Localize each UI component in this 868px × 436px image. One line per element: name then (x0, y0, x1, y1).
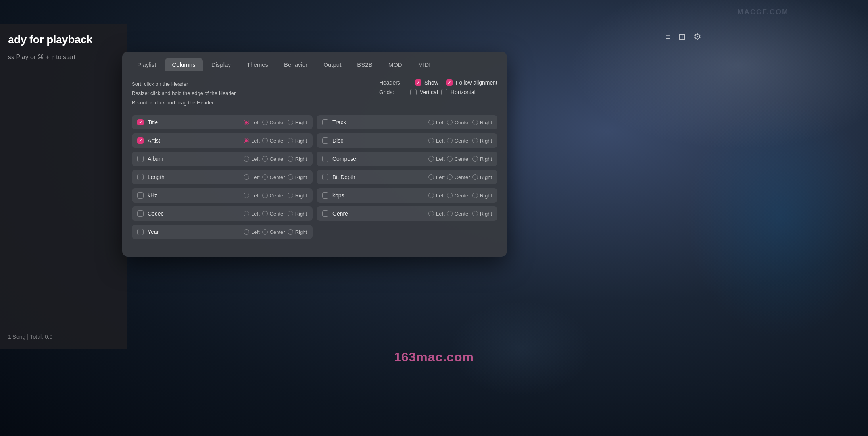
radio-left-kbps[interactable]: Left (428, 193, 445, 199)
col-name-composer: Composer (332, 156, 361, 162)
radio-right-khz[interactable]: Right (288, 193, 307, 199)
radio-label-right: Right (295, 211, 307, 217)
radio-label-center: Center (455, 120, 470, 125)
vertical-checkbox[interactable] (410, 89, 417, 95)
column-row-right-3: Bit DepthLeftCenterRight (317, 170, 497, 184)
follow-checkbox[interactable] (446, 79, 453, 86)
radio-left-codec[interactable]: Left (244, 211, 260, 217)
radio-center-length[interactable]: Center (262, 174, 285, 180)
radio-dot-center (262, 156, 268, 162)
tab-playlist[interactable]: Playlist (130, 58, 163, 71)
col-checkbox-track[interactable] (322, 119, 328, 125)
radio-group-track: LeftCenterRight (428, 120, 492, 125)
horizontal-checkbox[interactable] (441, 89, 447, 95)
radio-left-year[interactable]: Left (244, 229, 260, 235)
radio-label-center: Center (455, 138, 470, 144)
radio-label-center: Center (270, 193, 285, 199)
tab-output[interactable]: Output (316, 58, 348, 71)
columns-grid: TitleLeftCenterRightTrackLeftCenterRight… (132, 115, 497, 239)
radio-center-track[interactable]: Center (447, 120, 470, 125)
radio-right-album[interactable]: Right (288, 156, 307, 162)
radio-left-composer[interactable]: Left (428, 156, 445, 162)
grids-label: Grids: (379, 89, 407, 95)
col-checkbox-kbps[interactable] (322, 192, 328, 199)
radio-left-track[interactable]: Left (428, 120, 445, 125)
horizontal-group: Horizontal (441, 89, 476, 95)
radio-label-left: Left (436, 138, 445, 144)
radio-label-right: Right (295, 174, 307, 180)
radio-center-artist[interactable]: Center (262, 138, 285, 144)
column-row-right-5: GenreLeftCenterRight (317, 206, 497, 221)
radio-right-bit-depth[interactable]: Right (472, 174, 492, 180)
radio-center-bit-depth[interactable]: Center (447, 174, 470, 180)
radio-center-title[interactable]: Center (262, 120, 285, 125)
tab-bs2b[interactable]: BS2B (350, 58, 379, 71)
tab-mod[interactable]: MOD (381, 58, 409, 71)
radio-right-disc[interactable]: Right (472, 138, 492, 144)
radio-right-artist[interactable]: Right (288, 138, 307, 144)
col-name-disc: Disc (332, 137, 361, 144)
instructions-text: Sort: click on the Header Resize: click … (132, 79, 236, 107)
radio-label-left: Left (436, 193, 445, 199)
column-row-right-2: ComposerLeftCenterRight (317, 152, 497, 166)
col-checkbox-khz[interactable] (137, 192, 144, 199)
radio-left-genre[interactable]: Left (428, 211, 445, 217)
radio-left-album[interactable]: Left (244, 156, 260, 162)
radio-left-title[interactable]: Left (244, 120, 260, 125)
radio-right-year[interactable]: Right (288, 229, 307, 235)
col-checkbox-year[interactable] (137, 229, 144, 235)
tab-behavior[interactable]: Behavior (277, 58, 315, 71)
radio-right-title[interactable]: Right (288, 120, 307, 125)
column-row-left-2: AlbumLeftCenterRight (132, 152, 313, 166)
radio-center-genre[interactable]: Center (447, 211, 470, 217)
radio-center-year[interactable]: Center (262, 229, 285, 235)
col-checkbox-bit-depth[interactable] (322, 174, 328, 180)
radio-label-left: Left (251, 120, 260, 125)
show-checkbox[interactable] (415, 79, 421, 86)
radio-left-khz[interactable]: Left (244, 193, 260, 199)
radio-center-composer[interactable]: Center (447, 156, 470, 162)
toolbar: ≡ ⊞ ⚙ (665, 32, 701, 42)
col-checkbox-artist[interactable] (137, 137, 144, 144)
tab-columns[interactable]: Columns (165, 58, 203, 71)
radio-group-codec: LeftCenterRight (244, 211, 307, 217)
radio-center-album[interactable]: Center (262, 156, 285, 162)
radio-left-bit-depth[interactable]: Left (428, 174, 445, 180)
col-checkbox-title[interactable] (137, 119, 144, 125)
menu-icon[interactable]: ≡ (665, 32, 670, 42)
tab-display[interactable]: Display (204, 58, 238, 71)
radio-left-disc[interactable]: Left (428, 138, 445, 144)
radio-right-genre[interactable]: Right (472, 211, 492, 217)
radio-dot-right (472, 174, 478, 180)
col-checkbox-album[interactable] (137, 156, 144, 162)
radio-left-artist[interactable]: Left (244, 138, 260, 144)
radio-right-track[interactable]: Right (472, 120, 492, 125)
col-checkbox-length[interactable] (137, 174, 144, 180)
follow-label: Follow alignment (456, 79, 497, 86)
gear-icon[interactable]: ⚙ (693, 32, 701, 42)
tab-themes[interactable]: Themes (240, 58, 275, 71)
radio-dot-left (428, 156, 434, 162)
radio-right-codec[interactable]: Right (288, 211, 307, 217)
col-name-year: Year (148, 229, 176, 235)
radio-right-composer[interactable]: Right (472, 156, 492, 162)
col-checkbox-disc[interactable] (322, 137, 328, 144)
col-checkbox-composer[interactable] (322, 156, 328, 162)
radio-left-length[interactable]: Left (244, 174, 260, 180)
radio-label-left: Left (251, 174, 260, 180)
radio-right-kbps[interactable]: Right (472, 193, 492, 199)
tab-midi[interactable]: MIDI (411, 58, 438, 71)
radio-center-disc[interactable]: Center (447, 138, 470, 144)
col-checkbox-codec[interactable] (137, 210, 144, 217)
radio-dot-right (288, 229, 293, 235)
col-name-length: Length (148, 174, 176, 180)
radio-right-length[interactable]: Right (288, 174, 307, 180)
radio-group-title: LeftCenterRight (244, 120, 307, 125)
radio-center-codec[interactable]: Center (262, 211, 285, 217)
radio-center-khz[interactable]: Center (262, 193, 285, 199)
col-checkbox-genre[interactable] (322, 210, 328, 217)
column-row-right-1: DiscLeftCenterRight (317, 133, 497, 148)
radio-center-kbps[interactable]: Center (447, 193, 470, 199)
radio-dot-right (472, 193, 478, 198)
sliders-icon[interactable]: ⊞ (678, 32, 686, 42)
